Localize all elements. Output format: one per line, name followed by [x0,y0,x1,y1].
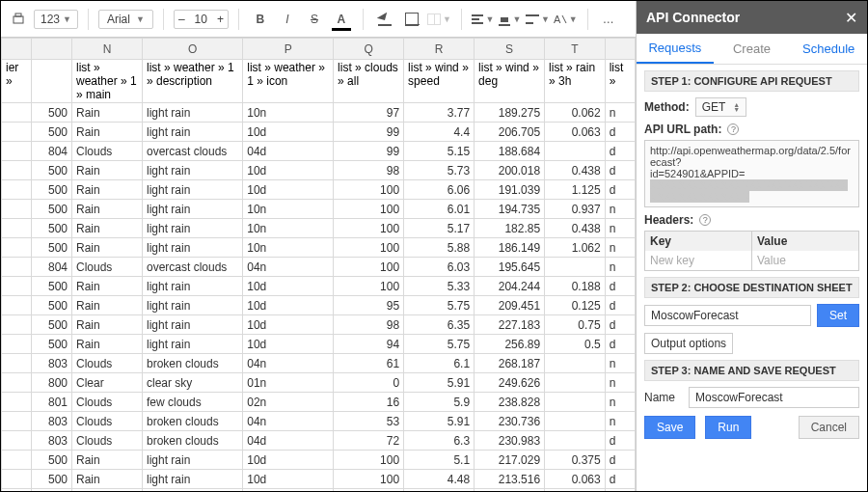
cell[interactable]: 61 [334,354,404,373]
cell[interactable]: 98 [334,315,404,335]
cell[interactable]: 500 [32,296,72,315]
cell[interactable]: 500 [32,219,72,238]
cell[interactable] [2,470,32,489]
cell[interactable]: n [605,238,635,258]
cell[interactable]: Rain [71,335,142,354]
cell[interactable]: 0.063 [545,123,606,142]
cell[interactable]: 5.73 [404,161,475,180]
cell[interactable]: 500 [32,161,72,180]
cell[interactable]: Rain [71,315,142,335]
cell[interactable]: Rain [71,277,142,296]
cell[interactable]: 500 [32,277,72,296]
cell[interactable] [545,431,606,451]
headers-key-input[interactable]: New key [645,251,752,270]
tab-requests[interactable]: Requests [637,34,714,64]
tab-create[interactable]: Create [714,34,791,64]
cell[interactable]: 803 [32,431,72,451]
column-header[interactable]: P [243,39,334,60]
cell[interactable]: 500 [32,200,72,219]
fill-color-button[interactable] [373,8,396,31]
cell[interactable]: light rain [142,161,242,180]
print-icon[interactable] [7,8,30,31]
cell[interactable] [545,258,606,277]
cell[interactable]: 800 [32,373,72,393]
cell[interactable]: n [605,354,635,373]
cell[interactable]: 186.149 [475,238,545,258]
cell[interactable]: 0.125 [545,296,606,315]
cell[interactable]: 0.375 [545,451,606,470]
method-select[interactable]: GET ▲▼ [695,97,747,117]
url-input[interactable]: http://api.openweathermap.org/data/2.5/f… [644,140,859,207]
cell[interactable]: 238.828 [475,393,545,412]
cell[interactable]: 4.48 [404,470,475,489]
cell[interactable]: 04d [243,431,334,451]
cell[interactable]: 500 [32,451,72,470]
output-options-button[interactable]: Output options [644,333,733,354]
field-header-cell[interactable]: list » weather » 1 » main [71,60,142,103]
cell[interactable]: light rain [142,123,242,142]
column-header[interactable]: O [142,39,242,60]
cell[interactable] [2,296,32,315]
cell[interactable]: light rain [142,315,242,335]
help-icon[interactable]: ? [699,214,711,226]
merge-button[interactable]: ▼ [427,8,451,31]
field-header-cell[interactable] [32,60,72,103]
cell[interactable]: 04d [243,489,334,492]
cell[interactable]: 500 [32,123,72,142]
cell[interactable]: 6.1 [404,354,475,373]
cell[interactable]: 04n [243,258,334,277]
cell[interactable]: 188.684 [475,142,545,161]
cell[interactable]: d [605,451,635,470]
cell[interactable]: 6.35 [404,315,475,335]
save-button[interactable]: Save [644,416,695,439]
cell[interactable]: 0.75 [545,315,606,335]
cell[interactable]: 10d [243,451,334,470]
cell[interactable]: 217.029 [475,451,545,470]
cell[interactable]: 804 [32,258,72,277]
cell[interactable] [2,373,32,393]
cell[interactable]: light rain [142,451,242,470]
cell[interactable]: 206.705 [475,123,545,142]
cell[interactable] [2,123,32,142]
cell[interactable]: Rain [71,123,142,142]
cell[interactable]: light rain [142,180,242,200]
cell[interactable]: 5.17 [404,219,475,238]
cell[interactable]: Clear [71,373,142,393]
cell[interactable]: n [605,412,635,431]
cell[interactable]: d [605,142,635,161]
cell[interactable]: d [605,489,635,492]
field-header-cell[interactable]: list » wind » speed [404,60,475,103]
cell[interactable]: light rain [142,335,242,354]
column-header[interactable] [605,39,635,60]
cell[interactable]: 191.039 [475,180,545,200]
cell[interactable]: n [605,103,635,123]
cell[interactable]: 804 [32,142,72,161]
cell[interactable]: broken clouds [142,431,242,451]
cell[interactable]: 189.275 [475,103,545,123]
cell[interactable]: 6.03 [404,258,475,277]
cell[interactable]: 5.88 [404,238,475,258]
cell[interactable] [2,161,32,180]
set-button[interactable]: Set [817,304,859,327]
cell[interactable]: Clouds [71,489,142,492]
cell[interactable]: light rain [142,219,242,238]
cell[interactable]: 10n [243,200,334,219]
cell[interactable]: 3.77 [404,103,475,123]
cell[interactable]: 256.89 [475,335,545,354]
cell[interactable]: 803 [32,354,72,373]
cell[interactable]: Rain [71,219,142,238]
column-header[interactable]: N [71,39,142,60]
tab-schedule[interactable]: Schedule [790,34,867,64]
cell[interactable] [2,335,32,354]
cell[interactable]: 500 [32,335,72,354]
cell[interactable]: d [605,296,635,315]
cell[interactable]: 0.5 [545,335,606,354]
spreadsheet[interactable]: NOPQRST ier »list » weather » 1 » mainli… [1,38,636,491]
cell[interactable]: Clouds [71,393,142,412]
cell[interactable]: Rain [71,200,142,219]
cell[interactable]: 500 [32,238,72,258]
cell[interactable]: 5.75 [404,296,475,315]
cell[interactable]: n [605,219,635,238]
cell[interactable]: 227.183 [475,315,545,335]
cell[interactable]: 72 [334,431,404,451]
